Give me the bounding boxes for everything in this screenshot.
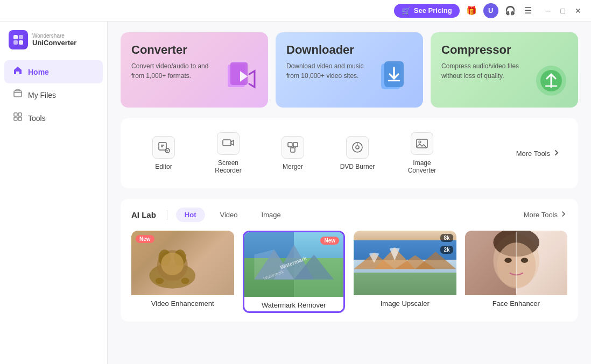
hamburger-icon: ☰ [524,5,532,16]
sidebar-item-my-files[interactable]: My Files [4,83,103,106]
svg-rect-8 [18,117,22,120]
svg-rect-7 [14,117,17,120]
files-icon [13,89,23,101]
image-converter-icon-box [411,132,433,155]
more-tools-label: More Tools [516,149,550,158]
svg-rect-2 [13,40,18,45]
svg-point-27 [419,141,421,143]
image-upscaler-thumbnail: 8k 2k [354,231,456,295]
menu-button[interactable]: ☰ [522,3,534,18]
downloader-icon-area [375,59,418,102]
tool-dvd-burner[interactable]: DVD Burner [325,132,390,175]
svg-rect-21 [293,142,298,147]
video-enhancement-label: Video Enhancement [131,295,234,310]
face-enhancer-label: Face Enhancer [465,295,568,310]
downloader-title: Downloader [286,43,412,57]
ai-card-video-enhancement[interactable]: New Video Enhancemen [131,231,234,313]
tab-image[interactable]: Image [253,208,290,222]
watermark-remover-label: Watermark Remover [244,297,344,311]
main-content: Converter Convert video/audio to and fro… [108,22,591,364]
hero-cards: Converter Convert video/audio to and fro… [121,32,578,108]
video-enhancement-thumbnail: New [131,231,234,295]
image-converter-label: Image Converter [400,159,444,174]
compressor-card[interactable]: Compressor Compress audio/video files wi… [431,32,578,108]
tools-icon [13,112,23,124]
home-icon [13,66,23,78]
cart-icon: 🛒 [402,6,411,15]
sidebar: Wondershare UniConverter Home My Files [0,22,108,364]
tool-screen-recorder[interactable]: Screen Recorder [196,128,261,179]
ai-more-tools-label: More Tools [524,211,558,219]
downloader-card[interactable]: Downloader Download video and music from… [276,32,423,108]
window-controls: ─ □ ✕ [543,5,585,16]
merger-icon-box [282,136,304,159]
svg-rect-5 [14,113,17,116]
screen-recorder-icon-box [217,132,240,155]
logo-icon [9,30,28,49]
tool-editor[interactable]: Editor [131,132,196,175]
tab-divider [167,210,167,220]
image-upscaler-label: Image Upscaler [354,295,456,310]
converter-desc: Convert video/audio to and from 1,000+ f… [131,61,217,81]
svg-rect-19 [223,140,231,146]
svg-rect-1 [19,35,23,39]
close-button[interactable]: ✕ [572,5,585,16]
svg-rect-3 [19,40,23,45]
dvd-burner-label: DVD Burner [340,163,375,170]
logo-area: Wondershare UniConverter [0,30,107,60]
user-avatar-icon: U [488,6,493,15]
tab-hot[interactable]: Hot [176,208,205,222]
converter-title: Converter [131,43,257,57]
tab-video[interactable]: Video [212,208,247,222]
svg-point-24 [356,146,359,149]
downloader-desc: Download video and music from 10,000+ vi… [286,61,372,81]
svg-rect-4 [14,91,22,97]
svg-rect-20 [288,142,292,147]
editor-icon-box [152,136,175,159]
sidebar-item-tools-label: Tools [28,114,46,123]
see-pricing-button[interactable]: 🛒 See Pricing [394,4,460,18]
svg-point-34 [181,278,189,284]
ai-lab-section: AI Lab Hot Video Image More Tools [121,199,578,322]
app-body: Wondershare UniConverter Home My Files [0,22,591,364]
ai-card-face-enhancer[interactable]: Face Enhancer [465,231,568,313]
tool-merger[interactable]: Merger [261,132,325,175]
converter-card[interactable]: Converter Convert video/audio to and fro… [121,32,268,108]
ai-card-watermark-remover[interactable]: Watermark Watermark New Watermark Remove… [243,231,346,313]
logo-brand: Wondershare [32,33,76,39]
sidebar-item-tools[interactable]: Tools [4,106,103,130]
avatar-button[interactable]: U [483,3,498,18]
tools-section: Editor Screen Recorder [121,118,578,188]
minimize-button[interactable]: ─ [543,5,554,16]
ai-more-tools-button[interactable]: More Tools [524,210,567,219]
screen-recorder-label: Screen Recorder [207,159,250,174]
new-badge-video-enhancement: New [136,235,154,243]
svg-rect-6 [18,113,22,116]
ai-card-image-upscaler[interactable]: 8k 2k Image Upscaler [354,231,456,313]
svg-point-51 [520,258,527,263]
ai-lab-title: AI Lab [131,210,156,219]
maximize-button[interactable]: □ [558,5,568,16]
headset-button[interactable]: 🎧 [503,3,518,18]
headset-icon: 🎧 [505,5,516,16]
sidebar-item-my-files-label: My Files [28,91,56,99]
ai-lab-header: AI Lab Hot Video Image More Tools [131,208,567,222]
chevron-right-icon [552,148,561,159]
editor-label: Editor [155,163,172,170]
more-tools-button[interactable]: More Tools [510,144,567,163]
resolution-badge-8k: 8k [440,234,453,242]
compressor-desc: Compress audio/video files without loss … [441,61,527,81]
svg-point-50 [504,258,511,263]
svg-rect-22 [291,148,295,152]
logo-name: UniConverter [32,39,76,47]
sidebar-item-home[interactable]: Home [4,60,103,83]
svg-rect-15 [159,142,166,150]
svg-point-32 [161,253,184,275]
svg-point-33 [156,278,164,284]
resolution-badge-2k: 2k [440,246,453,254]
tool-image-converter[interactable]: Image Converter [390,128,454,179]
sidebar-item-home-label: Home [28,68,49,76]
logo-text: Wondershare UniConverter [32,33,76,47]
gift-button[interactable]: 🎁 [464,3,479,18]
face-enhancer-thumbnail [465,231,568,295]
